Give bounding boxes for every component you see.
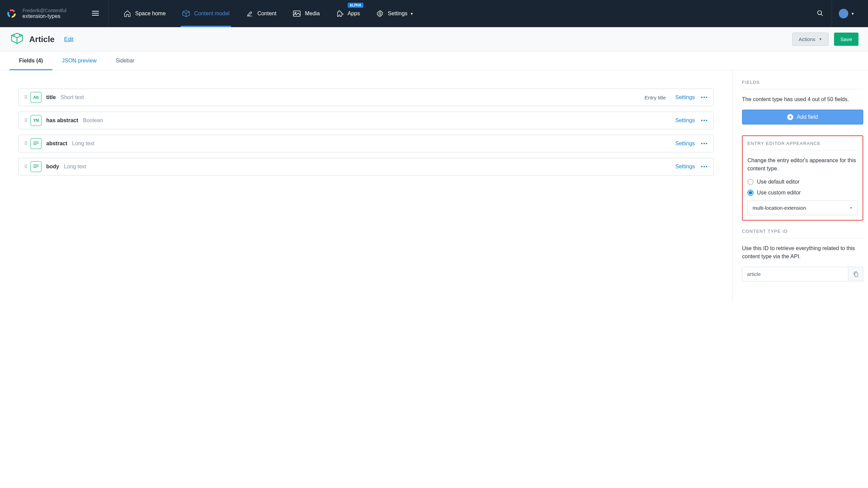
page-header: Article Edit Actions ▼ Save [0, 27, 868, 52]
avatar [839, 9, 848, 18]
field-row: ⠿ body Long text Settings ••• [18, 158, 714, 175]
search-icon[interactable] [809, 10, 832, 18]
user-menu[interactable]: ▼ [832, 0, 861, 27]
appearance-description: Change the entry editor's appearance for… [747, 156, 858, 173]
nav-label: Content model [194, 11, 230, 17]
box-icon [182, 10, 190, 17]
nav-space-home[interactable]: Space home [115, 0, 174, 27]
field-name: abstract [46, 140, 67, 147]
more-icon[interactable]: ••• [701, 118, 708, 123]
svg-point-5 [379, 13, 381, 15]
entry-title-tag: Entry title [645, 95, 666, 100]
nav-content-model[interactable]: Content model [174, 0, 238, 27]
home-icon [124, 10, 131, 17]
ctid-description: Use this ID to retrieve everything relat… [742, 244, 863, 261]
sidebar-heading: ENTRY EDITOR APPEARANCE [747, 141, 858, 150]
space-name: extension-types [22, 13, 89, 19]
puzzle-icon [336, 10, 344, 17]
content-type-icon [10, 32, 24, 46]
editor-select[interactable]: multi-location-extension ▼ [747, 201, 858, 215]
nav-apps[interactable]: ALPHA Apps [328, 0, 368, 27]
radio-label: Use custom editor [757, 190, 801, 196]
add-field-button[interactable]: + Add field [742, 110, 863, 125]
save-button[interactable]: Save [834, 33, 858, 46]
nav-content[interactable]: Content [238, 0, 285, 27]
radio-default-editor[interactable]: Use default editor [747, 179, 858, 185]
chevron-down-icon: ▼ [819, 37, 822, 41]
field-name: title [46, 94, 56, 100]
chevron-down-icon: ▼ [851, 12, 854, 16]
field-settings-link[interactable]: Settings [675, 117, 695, 124]
drag-handle-icon[interactable]: ⠿ [24, 164, 26, 169]
field-row: ⠿ Ab title Short text Entry title Settin… [18, 89, 714, 106]
media-icon [293, 10, 301, 17]
nav-main: Space home Content model Content Media A… [109, 0, 809, 27]
gear-icon [376, 10, 384, 17]
nav-label: Space home [135, 11, 166, 17]
sidebar-fields-section: FIELDS The content type has used 4 out o… [742, 80, 863, 125]
field-type-icon [31, 161, 41, 172]
field-type: Long text [64, 164, 86, 170]
quill-icon [246, 10, 253, 17]
org-name: Frederik@Contentful [22, 8, 89, 13]
tab-fields[interactable]: Fields (4) [10, 52, 52, 70]
copy-button[interactable] [848, 267, 863, 281]
nav-label: Content [257, 11, 276, 17]
drag-handle-icon[interactable]: ⠿ [24, 95, 26, 100]
chevron-down-icon: ▼ [849, 206, 853, 210]
field-row: ⠿ abstract Long text Settings ••• [18, 135, 714, 152]
field-settings-link[interactable]: Settings [675, 94, 695, 100]
tab-sidebar[interactable]: Sidebar [106, 52, 144, 70]
chevron-down-icon: ▼ [410, 12, 414, 16]
field-type-icon [31, 138, 41, 149]
field-row: ⠿ YN has abstract Boolean Settings ••• [18, 112, 714, 129]
copy-icon [853, 271, 858, 277]
more-icon[interactable]: ••• [701, 164, 708, 169]
page-title: Article [29, 35, 55, 44]
ctid-input-group [742, 267, 863, 281]
more-icon[interactable]: ••• [701, 95, 708, 100]
ctid-input[interactable] [742, 267, 848, 281]
more-icon[interactable]: ••• [701, 141, 708, 146]
field-settings-link[interactable]: Settings [675, 140, 695, 147]
field-settings-link[interactable]: Settings [675, 164, 695, 170]
actions-button[interactable]: Actions ▼ [792, 33, 829, 46]
nav-right: ▼ [809, 0, 868, 27]
radio-custom-editor[interactable]: Use custom editor [747, 190, 858, 196]
nav-label: Apps [348, 11, 360, 17]
nav-settings[interactable]: Settings ▼ [368, 0, 422, 27]
right-sidebar: FIELDS The content type has used 4 out o… [732, 70, 868, 302]
nav-media[interactable]: Media [285, 0, 328, 27]
edit-link[interactable]: Edit [64, 36, 74, 42]
nav-label: Settings [388, 11, 408, 17]
field-name: body [46, 164, 59, 170]
fields-list: ⠿ Ab title Short text Entry title Settin… [0, 70, 732, 302]
add-field-label: Add field [797, 114, 818, 120]
tab-json-preview[interactable]: JSON preview [52, 52, 106, 70]
field-name: has abstract [46, 117, 78, 124]
field-type-icon: Ab [31, 92, 41, 103]
hamburger-icon[interactable] [89, 8, 102, 19]
sidebar-heading: FIELDS [742, 80, 863, 89]
contentful-logo-icon [7, 9, 16, 18]
nav-label: Media [305, 11, 320, 17]
svg-point-6 [818, 11, 822, 15]
content-type-id-section: CONTENT TYPE ID Use this ID to retrieve … [742, 229, 863, 281]
actions-label: Actions [799, 36, 815, 42]
radio-label: Use default editor [757, 179, 799, 185]
drag-handle-icon[interactable]: ⠿ [24, 141, 26, 146]
entry-editor-appearance-section: ENTRY EDITOR APPEARANCE Change the entry… [742, 135, 863, 221]
tabs: Fields (4) JSON preview Sidebar [0, 52, 868, 70]
field-type: Boolean [83, 117, 103, 124]
plus-icon: + [787, 114, 793, 120]
svg-rect-3 [293, 11, 300, 16]
nav-space-section: Frederik@Contentful extension-types [0, 0, 109, 27]
field-type: Long text [72, 140, 94, 147]
alpha-badge: ALPHA [348, 3, 363, 8]
drag-handle-icon[interactable]: ⠿ [24, 118, 26, 123]
top-navigation: Frederik@Contentful extension-types Spac… [0, 0, 868, 27]
radio-icon [747, 190, 754, 196]
fields-count-text: The content type has used 4 out of 50 fi… [742, 95, 863, 104]
field-type: Short text [60, 94, 84, 100]
field-type-icon: YN [31, 115, 41, 126]
